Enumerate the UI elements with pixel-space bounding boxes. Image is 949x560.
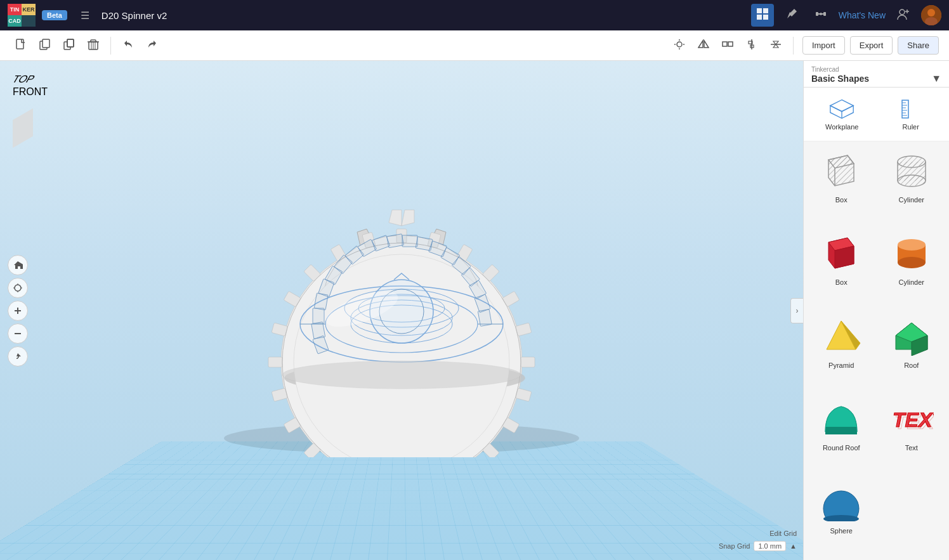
svg-point-137 (898, 257, 926, 268)
circuit-button[interactable] (809, 4, 832, 27)
circuit-icon (815, 8, 827, 23)
svg-rect-5 (823, 12, 826, 16)
snap-grid-value[interactable]: 1.0 mm (754, 541, 786, 551)
mirror-button[interactable] (693, 35, 714, 56)
zoom-out-icon (13, 329, 22, 338)
snap-grid-arrow-up[interactable]: ▲ (790, 542, 797, 550)
svg-rect-14 (16, 39, 23, 49)
edit-grid-label[interactable]: Edit Grid (769, 530, 797, 537)
panel-toggle-button[interactable]: › (790, 298, 803, 323)
svg-point-138 (898, 239, 926, 251)
workplane-label: Workplane (825, 123, 858, 131)
svg-rect-61 (521, 357, 535, 367)
shape-label-cylinder-hole: Cylinder (899, 196, 924, 204)
workplane-button[interactable]: Workplane (809, 93, 875, 136)
svg-marker-31 (698, 41, 703, 48)
svg-rect-18 (67, 39, 74, 47)
navbar: TIN KER CAD Beta D20 Spinner v2 What's N… (0, 0, 949, 30)
ruler-button[interactable]: Ruler (878, 93, 945, 136)
svg-rect-33 (723, 42, 727, 46)
user-add-button[interactable] (892, 4, 915, 27)
view-cube[interactable]: TOP FRONT (13, 74, 63, 124)
shape-item-box-solid[interactable]: Box (809, 229, 874, 306)
shape-item-cylinder-hole[interactable]: Cylinder (879, 147, 945, 224)
viewport[interactable]: TOP FRONT (0, 61, 803, 560)
light-button[interactable] (669, 35, 690, 56)
light-icon (674, 39, 685, 53)
ruler-icon (898, 98, 924, 120)
shape-item-pyramid[interactable]: Pyramid (809, 312, 874, 389)
shape-item-text[interactable]: TEXT TEXT Text (879, 394, 945, 472)
share-button[interactable]: Share (898, 36, 939, 55)
project-title-area: D20 Spinner v2 (74, 4, 167, 27)
align-button[interactable] (741, 35, 762, 56)
user-add-icon (896, 7, 910, 24)
flip-icon (770, 39, 782, 53)
snap-grid-label: Snap Grid (719, 542, 750, 550)
cube-front-face: FRONT (13, 86, 43, 114)
home-icon (13, 260, 23, 270)
svg-rect-74 (272, 322, 287, 335)
build-button[interactable] (780, 4, 803, 27)
shape-label-pyramid: Pyramid (828, 361, 854, 369)
logo-tin: TIN (8, 4, 22, 15)
orient-button[interactable] (8, 346, 28, 367)
zoom-out-button[interactable] (8, 323, 28, 344)
svg-rect-16 (43, 39, 49, 48)
svg-point-111 (282, 361, 521, 389)
delete-button[interactable] (82, 35, 104, 56)
logo-ker: KER (22, 4, 36, 15)
shape-icon-box-solid (816, 231, 867, 276)
new-button[interactable] (10, 35, 32, 56)
svg-rect-72 (272, 387, 287, 401)
right-panel: Tinkercad Basic Shapes ▼ Workplane (803, 61, 949, 560)
grid-view-button[interactable] (751, 4, 774, 27)
shape-item-sphere[interactable]: Sphere (809, 478, 874, 555)
duplicate-button[interactable] (58, 35, 80, 56)
shape-item-cylinder-solid[interactable]: Cylinder (879, 229, 945, 306)
shape-icon-pyramid (816, 315, 867, 359)
svg-rect-144 (825, 427, 857, 434)
project-title: D20 Spinner v2 (101, 10, 167, 21)
whats-new-button[interactable]: What's New (839, 10, 886, 20)
panel-dropdown-arrow[interactable]: ▼ (931, 73, 941, 84)
ruler-label: Ruler (903, 123, 919, 131)
svg-marker-113 (830, 100, 853, 111)
svg-rect-87 (311, 322, 325, 339)
duplicate-icon (63, 39, 75, 53)
build-icon (785, 8, 798, 23)
workplane-icon (829, 98, 854, 120)
shape-label-sphere: Sphere (830, 527, 853, 535)
shape-item-roof[interactable]: Roof (879, 312, 945, 389)
list-icon-button[interactable] (74, 4, 96, 27)
flip-button[interactable] (765, 35, 787, 56)
shape-icon-text: TEXT TEXT (886, 397, 937, 441)
shape-icon-roof (886, 315, 937, 359)
home-view-button[interactable] (8, 255, 28, 275)
export-button[interactable]: Export (850, 36, 893, 55)
fit-view-button[interactable] (8, 278, 28, 298)
copy-button[interactable] (34, 35, 56, 56)
cube-top-face: TOP (9, 74, 47, 86)
svg-marker-32 (704, 41, 709, 48)
group-button[interactable] (717, 35, 738, 56)
panel-tools: Workplane Ruler (804, 88, 949, 141)
shape-label-box-hole: Box (835, 196, 848, 204)
panel-category-name: Basic Shapes (811, 74, 869, 84)
toolbar2: Import Export Share (0, 30, 949, 61)
panel-category: Basic Shapes ▼ (811, 73, 941, 84)
svg-rect-1 (763, 8, 768, 13)
logo-cad: CAD (8, 15, 22, 27)
orient-icon (13, 352, 22, 361)
user-avatar[interactable] (921, 5, 941, 25)
zoom-in-button[interactable] (8, 301, 28, 321)
shape-item-box-hole[interactable]: Box (809, 147, 874, 224)
svg-point-26 (677, 42, 682, 47)
redo-button[interactable] (141, 35, 163, 56)
import-button[interactable]: Import (802, 36, 845, 55)
svg-rect-0 (757, 8, 762, 13)
shape-item-round-roof[interactable]: Round Roof (809, 394, 874, 472)
undo-button[interactable] (117, 35, 139, 56)
mirror-icon (698, 39, 709, 53)
new-icon (15, 39, 27, 53)
